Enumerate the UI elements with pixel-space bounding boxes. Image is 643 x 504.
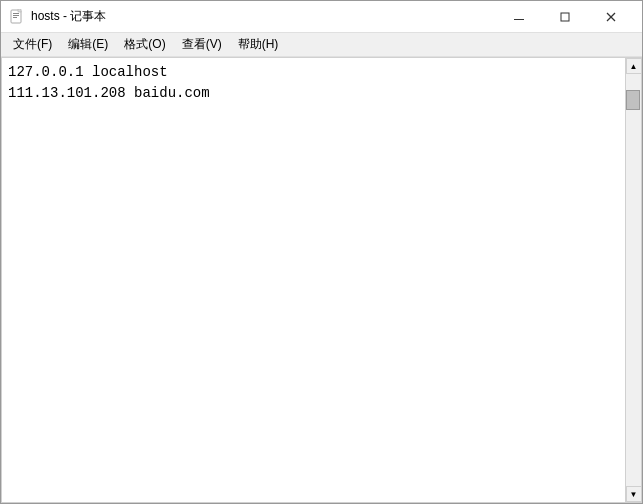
menu-format[interactable]: 格式(O) (116, 34, 173, 56)
text-editor[interactable]: 127.0.0.1 localhost 111.13.101.208 baidu… (2, 58, 625, 502)
svg-rect-6 (561, 13, 569, 21)
svg-rect-3 (13, 17, 17, 18)
svg-rect-4 (18, 9, 21, 12)
menu-bar: 文件(F) 编辑(E) 格式(O) 查看(V) 帮助(H) (1, 33, 642, 57)
svg-rect-2 (13, 15, 19, 16)
menu-edit[interactable]: 编辑(E) (60, 34, 116, 56)
menu-help[interactable]: 帮助(H) (230, 34, 287, 56)
vertical-scrollbar[interactable]: ▲ ▼ (625, 58, 641, 502)
editor-area: 127.0.0.1 localhost 111.13.101.208 baidu… (1, 57, 642, 503)
scroll-down-arrow[interactable]: ▼ (626, 486, 642, 502)
svg-rect-1 (13, 13, 19, 14)
minimize-button[interactable] (496, 1, 542, 33)
svg-rect-5 (514, 19, 524, 20)
menu-file[interactable]: 文件(F) (5, 34, 60, 56)
menu-view[interactable]: 查看(V) (174, 34, 230, 56)
scroll-up-arrow[interactable]: ▲ (626, 58, 642, 74)
maximize-button[interactable] (542, 1, 588, 33)
scrollbar-thumb[interactable] (626, 90, 640, 110)
close-button[interactable] (588, 1, 634, 33)
title-bar-left: hosts - 记事本 (9, 8, 106, 25)
title-bar: hosts - 记事本 (1, 1, 642, 33)
window-title: hosts - 记事本 (31, 8, 106, 25)
notepad-icon (9, 9, 25, 25)
title-bar-buttons (496, 1, 634, 33)
notepad-window: hosts - 记事本 文件(F) 编辑(E) (0, 0, 643, 504)
